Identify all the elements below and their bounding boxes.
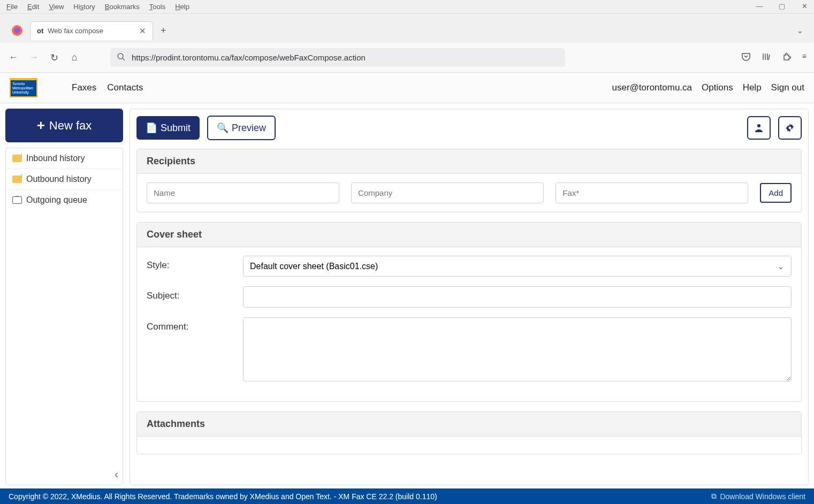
svg-point-9 xyxy=(789,127,792,129)
preview-icon: 🔍 xyxy=(217,122,229,134)
menu-tools[interactable]: Tools xyxy=(149,3,165,11)
browser-menubar: File Edit View History Bookmarks Tools H… xyxy=(0,0,814,14)
reload-button[interactable]: ↻ xyxy=(48,52,60,64)
nav-contacts[interactable]: Contacts xyxy=(107,82,143,93)
new-fax-label: New fax xyxy=(49,119,92,133)
attachments-section: Attachments xyxy=(136,411,802,454)
nav-faxes[interactable]: Faxes xyxy=(72,82,96,93)
menu-help[interactable]: Help xyxy=(175,3,189,11)
firefox-logo-icon[interactable] xyxy=(10,23,25,38)
submit-button[interactable]: 📄 Submit xyxy=(136,116,200,140)
outbound-folder-icon xyxy=(12,175,22,183)
subject-label: Subject: xyxy=(147,286,232,301)
submit-label: Submit xyxy=(161,123,191,134)
recipient-name-input[interactable] xyxy=(147,182,339,203)
preview-label: Preview xyxy=(232,123,266,134)
window-controls: — ▢ ✕ xyxy=(754,2,810,10)
forward-button[interactable]: → xyxy=(28,52,40,63)
app-header-right: user@torontomu.ca Options Help Sign out xyxy=(612,82,805,93)
search-icon xyxy=(117,52,125,63)
menu-edit[interactable]: Edit xyxy=(27,3,39,11)
action-bar: 📄 Submit 🔍 Preview xyxy=(136,116,802,140)
menu-history[interactable]: History xyxy=(73,3,95,11)
url-text: https://prodint.torontomu.ca/fax/compose… xyxy=(132,53,559,62)
svg-line-7 xyxy=(769,55,770,60)
user-settings-button[interactable] xyxy=(747,116,771,140)
nav-toolbar: ← → ↻ ⌂ https://prodint.torontomu.ca/fax… xyxy=(0,43,814,73)
nav-options[interactable]: Options xyxy=(702,82,733,93)
library-icon[interactable] xyxy=(762,52,771,63)
new-tab-button[interactable]: + xyxy=(161,25,166,36)
comment-textarea[interactable] xyxy=(243,317,792,381)
svg-point-8 xyxy=(757,124,760,127)
close-tab-icon[interactable]: ✕ xyxy=(139,26,146,36)
svg-point-2 xyxy=(118,54,123,59)
sidebar-list: Inbound history Outbound history Outgoin… xyxy=(5,148,123,485)
user-icon xyxy=(754,123,764,133)
recipients-section: Recipients Add xyxy=(136,149,802,212)
university-logo: Toronto Metropolitan University xyxy=(10,78,37,97)
footer: Copyright © 2022, XMedius. All Rights Re… xyxy=(0,488,814,491)
style-label: Style: xyxy=(147,256,232,271)
content-area: 📄 Submit 🔍 Preview Recipients xyxy=(130,109,809,485)
new-fax-button[interactable]: + New fax xyxy=(5,109,123,142)
inbound-folder-icon xyxy=(12,155,22,162)
home-button[interactable]: ⌂ xyxy=(69,52,80,63)
app-body: + New fax Inbound history Outbound histo… xyxy=(0,103,814,491)
app-header: Toronto Metropolitan University Faxes Co… xyxy=(0,73,814,103)
outgoing-queue-icon xyxy=(12,196,22,204)
coversheet-header: Cover sheet xyxy=(137,223,801,247)
style-select[interactable]: Default cover sheet (Basic01.cse) xyxy=(243,256,792,277)
sidebar-item-outgoing-queue[interactable]: Outgoing queue xyxy=(6,190,123,210)
settings-button[interactable] xyxy=(778,116,802,140)
sidebar-item-label: Outbound history xyxy=(26,174,92,184)
url-bar[interactable]: https://prodint.torontomu.ca/fax/compose… xyxy=(110,48,565,67)
recipient-fax-input[interactable] xyxy=(556,182,748,203)
nav-help[interactable]: Help xyxy=(743,82,762,93)
plus-icon: + xyxy=(37,117,45,134)
preview-button[interactable]: 🔍 Preview xyxy=(207,116,276,140)
menu-bookmarks[interactable]: Bookmarks xyxy=(105,3,140,11)
back-button[interactable]: ← xyxy=(7,52,19,63)
app-menu-icon[interactable]: ≡ xyxy=(802,52,807,63)
style-row: Style: Default cover sheet (Basic01.cse)… xyxy=(147,256,792,277)
recipients-header: Recipients xyxy=(137,149,801,174)
extensions-icon[interactable] xyxy=(782,52,792,63)
comment-row: Comment: xyxy=(147,317,792,383)
svg-line-3 xyxy=(123,58,125,60)
tab-title: Web fax compose xyxy=(48,27,135,35)
user-email[interactable]: user@torontomu.ca xyxy=(612,82,693,93)
browser-tab[interactable]: ot Web fax compose ✕ xyxy=(30,21,153,40)
maximize-icon[interactable]: ▢ xyxy=(777,2,787,10)
sidebar-item-outbound-history[interactable]: Outbound history xyxy=(6,169,123,190)
svg-point-1 xyxy=(14,27,20,34)
recipient-company-input[interactable] xyxy=(351,182,544,203)
pocket-icon[interactable] xyxy=(741,52,751,63)
tab-favicon: ot xyxy=(37,27,43,35)
tab-overflow-icon[interactable]: ⌄ xyxy=(797,26,803,35)
tab-strip: ot Web fax compose ✕ + ⌄ xyxy=(0,14,814,43)
recipients-row: Add xyxy=(147,182,792,203)
menu-file[interactable]: File xyxy=(6,3,18,11)
minimize-icon[interactable]: — xyxy=(754,2,765,10)
menu-view[interactable]: View xyxy=(49,3,64,11)
app-nav: Faxes Contacts xyxy=(72,82,143,93)
collapse-sidebar-icon[interactable]: ‹ xyxy=(115,468,118,480)
close-window-icon[interactable]: ✕ xyxy=(799,2,810,10)
submit-icon: 📄 xyxy=(146,122,157,134)
sidebar-item-label: Outgoing queue xyxy=(26,195,87,205)
toolbar-right: ≡ xyxy=(741,52,807,63)
nav-signout[interactable]: Sign out xyxy=(771,82,804,93)
subject-row: Subject: xyxy=(147,286,792,308)
sidebar-item-label: Inbound history xyxy=(26,154,85,163)
sidebar-item-inbound-history[interactable]: Inbound history xyxy=(6,148,123,169)
comment-label: Comment: xyxy=(147,317,232,332)
subject-input[interactable] xyxy=(243,286,792,308)
add-recipient-button[interactable]: Add xyxy=(760,183,792,203)
coversheet-section: Cover sheet Style: Default cover sheet (… xyxy=(136,222,802,402)
attachments-header: Attachments xyxy=(137,412,801,437)
sidebar: + New fax Inbound history Outbound histo… xyxy=(5,109,123,485)
gear-icon xyxy=(785,123,795,133)
